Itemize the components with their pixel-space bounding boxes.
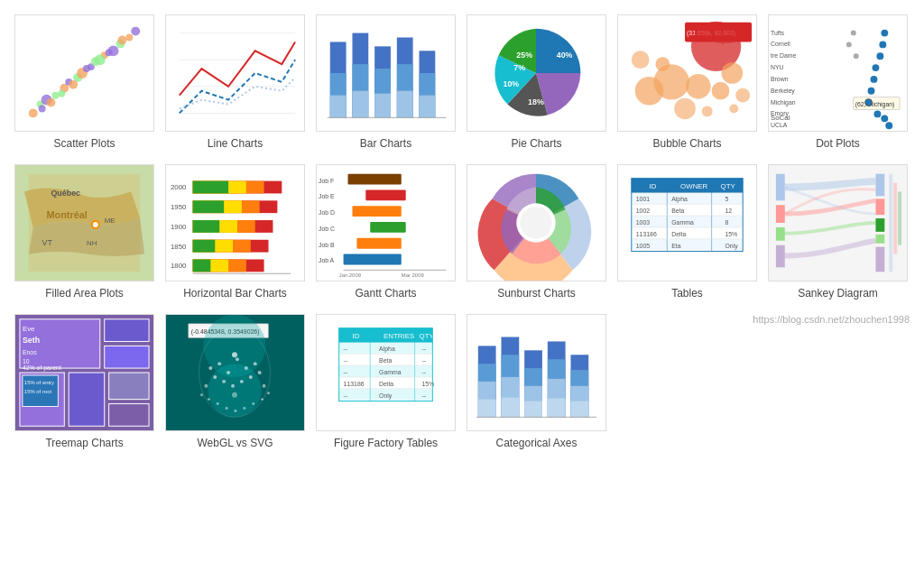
svg-point-87 [865, 99, 873, 106]
svg-text:Gamma: Gamma [379, 369, 402, 375]
svg-point-88 [873, 110, 881, 117]
svg-text:Seth: Seth [23, 336, 40, 345]
svg-point-230 [263, 384, 266, 388]
svg-point-236 [217, 402, 219, 405]
chart-item-bubble[interactable]: (31.656k, 82.603) Japan Bubble Charts [617, 14, 757, 150]
svg-text:7%: 7% [513, 63, 525, 72]
svg-rect-191 [875, 235, 884, 244]
svg-point-223 [213, 375, 217, 379]
svg-point-226 [240, 380, 244, 383]
svg-point-232 [232, 392, 237, 398]
chart-item-pie[interactable]: 40% 25% 18% 10% 7% Pie Charts [467, 14, 606, 150]
svg-point-16 [39, 106, 46, 113]
svg-text:Alpha: Alpha [671, 196, 688, 203]
chart-thumb-pie: 40% 25% 18% 10% 7% [467, 14, 606, 132]
svg-text:5: 5 [725, 196, 728, 202]
svg-point-241 [261, 398, 263, 401]
svg-text:15%: 15% [725, 231, 737, 237]
svg-text:--: -- [344, 392, 348, 399]
svg-point-222 [254, 362, 257, 365]
svg-text:--: -- [421, 392, 426, 399]
svg-rect-187 [776, 245, 785, 268]
svg-point-20 [83, 65, 90, 72]
svg-text:Brown: Brown [771, 76, 789, 82]
chart-item-gantt[interactable]: Job F Job E Job D Job C Job B Job A Jan … [316, 164, 456, 300]
svg-point-18 [58, 90, 65, 97]
svg-text:--: -- [344, 346, 348, 352]
chart-item-filledarea[interactable]: Québec Montréal ME VT NH Filled Area Plo… [14, 164, 154, 300]
chart-thumb-treemap: Eve Seth Enos 10 42% of parent 15% of en… [14, 314, 154, 431]
chart-item-webgl[interactable]: (-0.4845348, 0.3549026) [165, 314, 305, 449]
svg-point-90 [885, 122, 892, 129]
svg-point-239 [243, 407, 245, 410]
chart-item-scatter[interactable]: Scatter Plots [14, 14, 154, 150]
chart-item-treemap[interactable]: Eve Seth Enos 10 42% of parent 15% of en… [14, 314, 154, 449]
chart-thumb-scatter [14, 14, 154, 132]
chart-item-bar[interactable]: Bar Charts [316, 14, 456, 150]
svg-point-103 [93, 222, 98, 227]
svg-text:--: -- [421, 357, 426, 364]
svg-rect-140 [352, 206, 401, 217]
chart-label-line: Line Charts [208, 137, 263, 150]
svg-text:Gamma: Gamma [671, 219, 694, 226]
chart-thumb-hbar: 2000 1950 1900 1850 1800 [165, 164, 305, 281]
svg-rect-139 [365, 189, 405, 200]
svg-text:Tufts: Tufts [771, 30, 785, 36]
chart-thumb-tables: ID OWNER QTY 1001 Alpha 5 1002 Beta 12 1… [617, 164, 757, 281]
svg-text:Only: Only [379, 392, 393, 400]
chart-item-figfac[interactable]: ID ENTRIES QTY -- Alpha -- -- Beta -- --… [316, 314, 456, 449]
chart-item-hbar[interactable]: 2000 1950 1900 1850 1800 [165, 164, 305, 300]
svg-text:113186: 113186 [636, 231, 657, 237]
chart-item-line[interactable]: Line Charts [165, 14, 305, 150]
svg-text:Montréal: Montréal [47, 209, 88, 220]
svg-text:1900: 1900 [171, 223, 187, 231]
svg-point-23 [118, 36, 127, 45]
svg-point-235 [208, 398, 210, 401]
svg-point-21 [95, 54, 106, 65]
svg-point-15 [131, 27, 140, 36]
svg-point-4 [51, 92, 59, 99]
svg-text:ENTRIES: ENTRIES [383, 332, 414, 340]
svg-point-220 [236, 357, 239, 361]
footer-link: https://blog.csdn.net/zhouchen1998 [753, 314, 910, 325]
chart-thumb-filledarea: Québec Montréal ME VT NH [14, 164, 154, 281]
svg-text:15% of entry: 15% of entry [24, 380, 54, 385]
svg-text:Only: Only [725, 243, 738, 250]
chart-label-sunburst: Sunburst Charts [497, 287, 576, 300]
svg-point-64 [735, 88, 750, 103]
svg-point-218 [217, 362, 221, 365]
svg-point-237 [226, 407, 228, 410]
svg-text:Job B: Job B [319, 242, 335, 248]
chart-label-bubble: Bubble Charts [652, 137, 721, 150]
svg-text:Job E: Job E [319, 193, 335, 199]
chart-label-figfac: Figure Factory Tables [334, 437, 438, 449]
chart-item-catax[interactable]: Categorical Axes [467, 314, 606, 449]
chart-thumb-gantt: Job F Job E Job D Job C Job B Job A Jan … [316, 164, 456, 281]
chart-thumb-catax [467, 314, 606, 431]
svg-text:2000: 2000 [171, 183, 187, 191]
svg-text:--: -- [344, 369, 348, 375]
svg-rect-185 [776, 205, 785, 223]
svg-point-61 [722, 62, 744, 84]
chart-item-sankey[interactable]: Sankey Diagram [768, 164, 908, 300]
chart-label-gantt: Gantt Charts [355, 287, 416, 300]
svg-rect-113 [193, 181, 228, 194]
svg-text:1950: 1950 [171, 203, 187, 211]
svg-rect-41 [397, 91, 413, 118]
svg-text:Michigan: Michigan [771, 99, 796, 106]
chart-item-sunburst[interactable]: Sunburst Charts [467, 164, 606, 300]
svg-text:Job D: Job D [319, 209, 335, 216]
chart-label-catax: Categorical Axes [495, 437, 577, 449]
svg-point-19 [69, 80, 78, 89]
svg-rect-199 [105, 346, 149, 368]
chart-thumb-bubble: (31.656k, 82.603) Japan [617, 14, 757, 132]
svg-point-14 [125, 34, 133, 42]
svg-point-84 [873, 64, 880, 71]
svg-text:NYU: NYU [771, 64, 784, 70]
svg-text:1002: 1002 [636, 208, 650, 214]
chart-item-dotplot[interactable]: Tufts Cornell tre Dame NYU Brown Berkele… [768, 14, 908, 150]
svg-point-216 [208, 364, 261, 417]
svg-point-63 [632, 51, 650, 69]
svg-point-93 [854, 53, 859, 59]
chart-item-tables[interactable]: ID OWNER QTY 1001 Alpha 5 1002 Beta 12 1… [617, 164, 757, 300]
